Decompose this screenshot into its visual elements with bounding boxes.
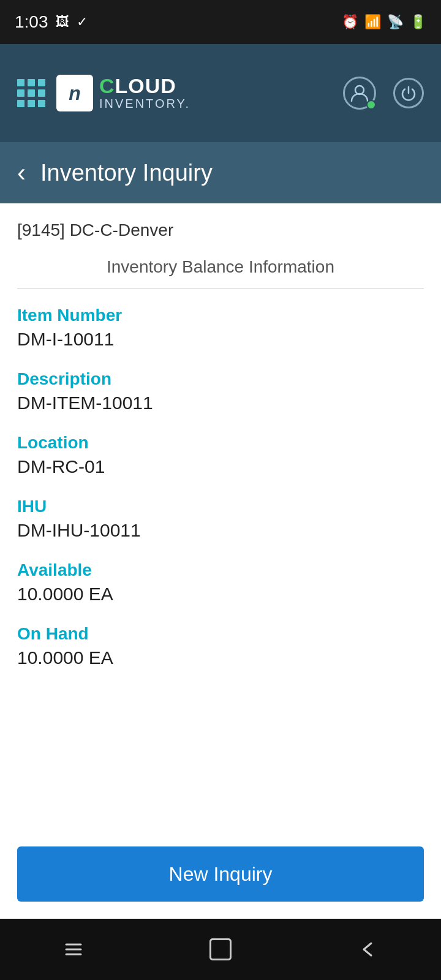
logo-text: CLOUD INVENTORY. — [99, 75, 190, 111]
logo: n CLOUD INVENTORY. — [56, 75, 190, 111]
status-bar-right: ⏰ 📶 📡 🔋 — [342, 14, 426, 30]
header-left: n CLOUD INVENTORY. — [17, 75, 190, 111]
field-label-on-hand: On Hand — [17, 624, 424, 644]
new-inquiry-button[interactable]: New Inquiry — [17, 846, 424, 902]
home-square-icon — [209, 938, 232, 960]
app-header: n CLOUD INVENTORY. — [0, 44, 441, 142]
field-value-available: 10.0000 EA — [17, 584, 424, 605]
logo-inventory: INVENTORY. — [99, 96, 190, 111]
field-label-location: Location — [17, 433, 424, 453]
back-nav-button[interactable] — [49, 931, 98, 968]
bottom-action-area: New Inquiry — [0, 835, 441, 919]
field-label-item-number: Item Number — [17, 306, 424, 325]
field-ihu: IHU DM-IHU-10011 — [17, 497, 424, 541]
field-value-location: DM-RC-01 — [17, 456, 424, 477]
field-value-on-hand: 10.0000 EA — [17, 647, 424, 668]
field-on-hand: On Hand 10.0000 EA — [17, 624, 424, 668]
warehouse-label: [9145] DC-C-Denver — [17, 221, 424, 240]
field-label-description: Description — [17, 369, 424, 389]
field-item-number: Item Number DM-I-10011 — [17, 306, 424, 350]
logo-n-box: n — [56, 75, 93, 111]
main-content: [9145] DC-C-Denver Inventory Balance Inf… — [0, 203, 441, 762]
photo-icon: 🖼 — [56, 14, 69, 30]
field-label-available: Available — [17, 560, 424, 580]
field-value-item-number: DM-I-10011 — [17, 329, 424, 350]
field-value-ihu: DM-IHU-10011 — [17, 520, 424, 541]
online-indicator — [366, 100, 376, 110]
status-bar: 1:03 🖼 ✓ ⏰ 📶 📡 🔋 — [0, 0, 441, 44]
check-icon: ✓ — [77, 14, 88, 30]
forward-nav-button[interactable] — [343, 931, 392, 968]
power-button[interactable] — [393, 78, 424, 108]
header-right — [343, 77, 424, 110]
field-location: Location DM-RC-01 — [17, 433, 424, 477]
field-value-description: DM-ITEM-10011 — [17, 393, 424, 413]
field-available: Available 10.0000 EA — [17, 560, 424, 605]
wifi-icon: 📶 — [364, 14, 381, 30]
status-time: 1:03 — [15, 12, 48, 32]
status-bar-left: 1:03 🖼 ✓ — [15, 12, 88, 32]
alarm-icon: ⏰ — [342, 14, 358, 30]
signal-icon: 📡 — [387, 14, 404, 30]
user-profile-button[interactable] — [343, 77, 376, 110]
content-spacer — [0, 762, 441, 836]
page-title: Inventory Inquiry — [40, 160, 213, 186]
section-title: Inventory Balance Information — [17, 257, 424, 288]
field-description: Description DM-ITEM-10011 — [17, 369, 424, 413]
grid-menu-icon[interactable] — [17, 79, 45, 107]
bottom-nav-bar — [0, 919, 441, 980]
logo-cloud: CLOUD — [99, 75, 190, 96]
page-header: ‹ Inventory Inquiry — [0, 142, 441, 203]
battery-icon: 🔋 — [410, 14, 426, 30]
back-button[interactable]: ‹ — [17, 160, 26, 186]
field-label-ihu: IHU — [17, 497, 424, 516]
home-nav-button[interactable] — [196, 931, 245, 968]
logo-letter: n — [69, 82, 81, 105]
